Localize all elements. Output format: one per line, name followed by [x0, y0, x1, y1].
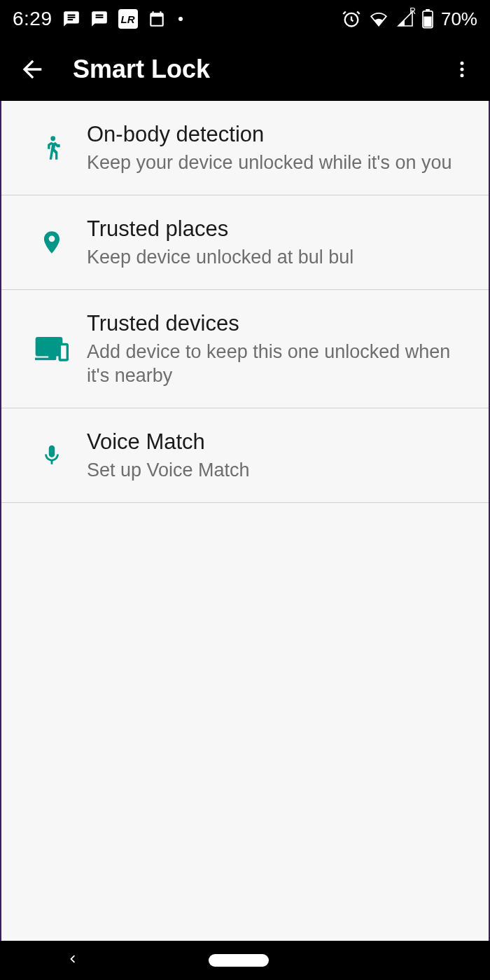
alarm-icon — [342, 9, 361, 29]
svg-rect-2 — [426, 9, 430, 11]
item-title: On-body detection — [87, 120, 469, 149]
overflow-menu-button[interactable] — [445, 53, 479, 86]
roaming-indicator: R — [410, 6, 416, 16]
chevron-left-icon — [64, 951, 80, 967]
screen: 6:29 LR R — [0, 0, 490, 980]
svg-point-6 — [461, 74, 464, 77]
svg-rect-10 — [59, 345, 67, 360]
navigation-bar — [0, 941, 490, 980]
nav-home-button[interactable] — [209, 954, 269, 967]
item-title: Trusted devices — [87, 310, 469, 338]
status-left: 6:29 LR — [13, 8, 183, 30]
svg-point-5 — [461, 68, 464, 71]
battery-text: 70% — [441, 8, 477, 30]
item-title: Trusted places — [87, 215, 469, 243]
status-right: R 70% — [342, 8, 477, 30]
devices-icon — [17, 336, 87, 361]
place-icon — [17, 227, 87, 258]
more-vert-icon — [451, 59, 472, 80]
notification-calendar-icon — [148, 10, 166, 28]
nav-back-button[interactable] — [64, 951, 80, 969]
back-button[interactable] — [11, 48, 53, 90]
item-trusted-devices[interactable]: Trusted devices Add device to keep this … — [1, 290, 489, 408]
battery-icon — [421, 9, 434, 29]
svg-rect-3 — [424, 17, 431, 27]
notification-chat-icon — [90, 10, 108, 28]
item-subtitle: Add device to keep this one unlocked whe… — [87, 340, 469, 388]
notification-more-icon — [178, 17, 183, 21]
svg-point-4 — [461, 62, 464, 65]
signal-icon: R — [396, 11, 414, 27]
status-bar: 6:29 LR R — [0, 0, 490, 38]
item-voice-match[interactable]: Voice Match Set up Voice Match — [1, 408, 489, 503]
walk-icon — [17, 134, 87, 162]
arrow-back-icon — [18, 55, 46, 83]
settings-list: On-body detection Keep your device unloc… — [0, 101, 490, 941]
wifi-icon — [368, 11, 389, 27]
svg-point-7 — [50, 136, 55, 141]
notification-lr-icon: LR — [118, 9, 138, 29]
item-on-body-detection[interactable]: On-body detection Keep your device unloc… — [1, 101, 489, 195]
app-bar: Smart Lock — [0, 38, 490, 101]
page-title: Smart Lock — [73, 55, 445, 84]
item-trusted-places[interactable]: Trusted places Keep device unlocked at b… — [1, 195, 489, 290]
notification-message-icon — [62, 10, 80, 28]
svg-rect-11 — [48, 349, 56, 360]
item-subtitle: Set up Voice Match — [87, 459, 469, 483]
item-title: Voice Match — [87, 428, 469, 456]
status-time: 6:29 — [13, 8, 52, 30]
item-subtitle: Keep device unlocked at bul bul — [87, 246, 469, 270]
item-subtitle: Keep your device unlocked while it's on … — [87, 151, 469, 175]
mic-icon — [17, 441, 87, 470]
